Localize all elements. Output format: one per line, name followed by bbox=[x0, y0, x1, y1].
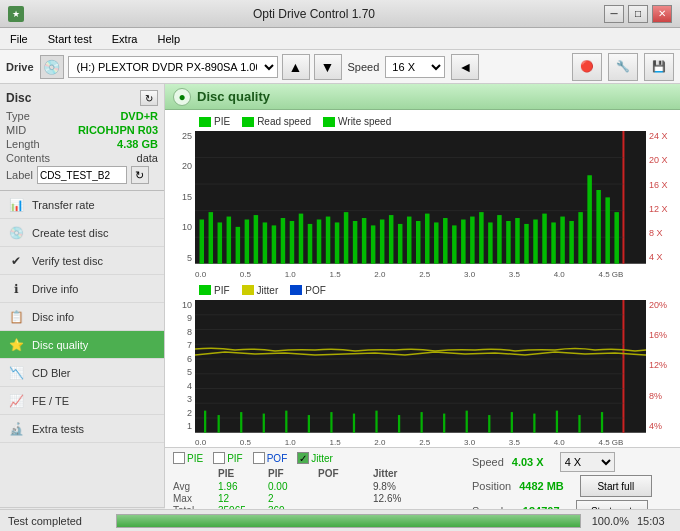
label-key: Label bbox=[6, 169, 33, 181]
verify-test-disc-icon: ✔ bbox=[8, 253, 24, 269]
pof-checkbox[interactable] bbox=[253, 452, 265, 464]
drive-up-button[interactable]: ▲ bbox=[282, 54, 310, 80]
length-value: 4.38 GB bbox=[117, 138, 158, 150]
svg-rect-52 bbox=[614, 212, 619, 264]
svg-rect-31 bbox=[425, 214, 430, 264]
disc-section-title: Disc bbox=[6, 91, 31, 105]
close-button[interactable]: ✕ bbox=[652, 5, 672, 23]
start-full-button[interactable]: Start full bbox=[580, 475, 652, 497]
progress-bar-inner bbox=[117, 515, 580, 527]
pie-checkbox-item: PIE bbox=[173, 452, 203, 464]
speed-left-btn[interactable]: ◄ bbox=[451, 54, 479, 80]
label-refresh-button[interactable]: ↻ bbox=[131, 166, 149, 184]
pof-checkbox-label: POF bbox=[267, 453, 288, 464]
disc-quality-header-icon: ● bbox=[173, 88, 191, 106]
disc-quality-icon: ⭐ bbox=[8, 337, 24, 353]
sidebar-item-transfer-rate[interactable]: 📊 Transfer rate bbox=[0, 191, 164, 219]
save-button[interactable]: 💾 bbox=[644, 53, 674, 81]
sidebar-item-disc-info[interactable]: 📋 Disc info bbox=[0, 303, 164, 331]
menu-bar: File Start test Extra Help bbox=[0, 28, 680, 50]
speed-select[interactable]: 4 X8 X bbox=[560, 452, 615, 472]
sidebar-item-cd-bler[interactable]: 📉 CD Bler bbox=[0, 359, 164, 387]
svg-rect-48 bbox=[578, 212, 583, 264]
write-speed-legend: Write speed bbox=[323, 116, 391, 127]
svg-rect-69 bbox=[330, 412, 332, 433]
tools-button[interactable]: 🔧 bbox=[608, 53, 638, 81]
pie-col-header: PIE bbox=[218, 468, 268, 479]
pie-legend-dot bbox=[199, 117, 211, 127]
svg-rect-65 bbox=[240, 412, 242, 433]
svg-rect-25 bbox=[371, 225, 376, 263]
pie-checkbox[interactable] bbox=[173, 452, 185, 464]
svg-rect-78 bbox=[533, 413, 535, 432]
menu-start-test[interactable]: Start test bbox=[42, 31, 98, 47]
chart2-legend: PIF Jitter POF bbox=[169, 283, 676, 298]
svg-rect-63 bbox=[204, 410, 206, 432]
sidebar-item-drive-info[interactable]: ℹ Drive info bbox=[0, 275, 164, 303]
extra-tests-icon: 🔬 bbox=[8, 421, 24, 437]
pif-checkbox-label: PIF bbox=[227, 453, 243, 464]
svg-rect-41 bbox=[515, 218, 520, 264]
svg-rect-20 bbox=[326, 217, 331, 264]
svg-rect-35 bbox=[461, 220, 466, 264]
eject-button[interactable]: 🔴 bbox=[572, 53, 602, 81]
position-label: Position bbox=[472, 480, 511, 492]
svg-rect-40 bbox=[506, 221, 511, 264]
time-display: 15:03 bbox=[637, 515, 672, 527]
write-speed-dot bbox=[323, 117, 335, 127]
disc-quality-header: ● Disc quality bbox=[165, 84, 680, 110]
speed-row: Speed 4.03 X 4 X8 X bbox=[472, 452, 615, 472]
sidebar-nav: 📊 Transfer rate 💿 Create test disc ✔ Ver… bbox=[0, 191, 164, 531]
speed-dropdown[interactable]: 16 X Max bbox=[385, 56, 445, 78]
contents-value: data bbox=[137, 152, 158, 164]
drive-dropdown[interactable]: (H:) PLEXTOR DVDR PX-890SA 1.00 bbox=[68, 56, 278, 78]
extra-tests-label: Extra tests bbox=[32, 423, 84, 435]
label-input[interactable] bbox=[37, 166, 127, 184]
maximize-button[interactable]: □ bbox=[628, 5, 648, 23]
speed-stat-value: 4.03 X bbox=[512, 456, 544, 468]
menu-help[interactable]: Help bbox=[151, 31, 186, 47]
svg-rect-38 bbox=[488, 222, 493, 263]
svg-rect-37 bbox=[479, 212, 484, 264]
disc-panel: Disc ↻ Type DVD+R MID RICOHJPN R03 Lengt… bbox=[0, 84, 164, 191]
sidebar-item-extra-tests[interactable]: 🔬 Extra tests bbox=[0, 415, 164, 443]
read-speed-dot bbox=[242, 117, 254, 127]
svg-rect-23 bbox=[353, 221, 358, 264]
svg-rect-71 bbox=[375, 410, 377, 432]
sidebar-item-verify-test-disc[interactable]: ✔ Verify test disc bbox=[0, 247, 164, 275]
max-row: Max 12 2 12.6% bbox=[173, 493, 472, 504]
chart2-area: 0.00.51.01.52.02.53.03.54.04.5 GB bbox=[195, 300, 646, 448]
svg-rect-77 bbox=[511, 412, 513, 433]
contents-label: Contents bbox=[6, 152, 50, 164]
svg-rect-81 bbox=[601, 412, 603, 433]
menu-file[interactable]: File bbox=[4, 31, 34, 47]
chart1-x-labels: 0.00.51.01.52.02.53.03.54.04.5 GB bbox=[195, 270, 623, 279]
sidebar-item-disc-quality[interactable]: ⭐ Disc quality bbox=[0, 331, 164, 359]
minimize-button[interactable]: ─ bbox=[604, 5, 624, 23]
svg-rect-75 bbox=[466, 410, 468, 432]
read-speed-legend: Read speed bbox=[242, 116, 311, 127]
pif-checkbox[interactable] bbox=[213, 452, 225, 464]
progress-bar-outer bbox=[116, 514, 581, 528]
chart1-svg bbox=[195, 131, 646, 279]
jitter-checkbox-label: Jitter bbox=[311, 453, 333, 464]
window-controls: ─ □ ✕ bbox=[604, 5, 672, 23]
status-text: Test completed bbox=[8, 515, 108, 527]
avg-jitter: 9.8% bbox=[373, 481, 428, 492]
svg-rect-39 bbox=[497, 215, 502, 264]
sidebar-item-fe-te[interactable]: 📈 FE / TE bbox=[0, 387, 164, 415]
pif-legend: PIF bbox=[199, 285, 230, 296]
drive-down-button[interactable]: ▼ bbox=[314, 54, 342, 80]
svg-rect-76 bbox=[488, 415, 490, 433]
disc-refresh-button[interactable]: ↻ bbox=[140, 90, 158, 106]
speed-label: Speed bbox=[348, 61, 380, 73]
sidebar-item-create-test-disc[interactable]: 💿 Create test disc bbox=[0, 219, 164, 247]
main-panel: ● Disc quality PIE Read speed Write spee… bbox=[165, 84, 680, 531]
svg-rect-73 bbox=[421, 412, 423, 433]
svg-rect-22 bbox=[344, 212, 349, 264]
avg-pof bbox=[318, 481, 373, 492]
svg-rect-8 bbox=[218, 222, 223, 263]
jitter-checkbox[interactable]: ✓ bbox=[297, 452, 309, 464]
read-speed-label: Read speed bbox=[257, 116, 311, 127]
menu-extra[interactable]: Extra bbox=[106, 31, 144, 47]
